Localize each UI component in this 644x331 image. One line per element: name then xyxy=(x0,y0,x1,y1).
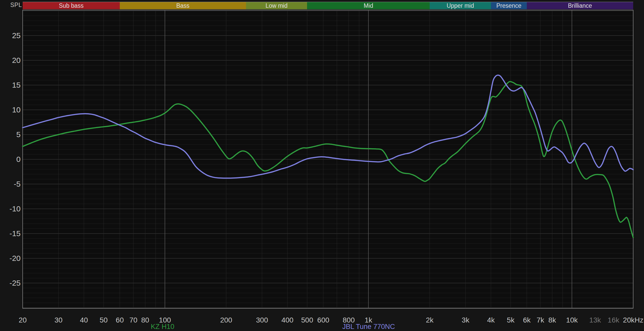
y-axis-title: SPL xyxy=(0,2,22,9)
band-mid: Mid xyxy=(307,2,430,9)
band-label: Bass xyxy=(176,2,189,9)
band-label: Upper mid xyxy=(447,2,474,9)
x-tick-5k: 5k xyxy=(507,316,515,324)
frequency-band-bar: Sub bassBassLow midMidUpper midPresenceB… xyxy=(23,2,633,9)
plot-canvas xyxy=(0,0,644,331)
x-tick-16k: 16k xyxy=(608,316,619,324)
y-tick-0: 0 xyxy=(0,155,21,164)
x-tick-30: 30 xyxy=(55,316,63,324)
x-tick-3k: 3k xyxy=(462,316,469,324)
legend-item-jbl-tune-770nc[interactable]: JBL Tune 770NC xyxy=(342,323,395,331)
x-tick-20khz: 20kHz xyxy=(623,316,643,324)
y-tick-20: 20 xyxy=(0,56,21,65)
band-low-mid: Low mid xyxy=(246,2,307,9)
y-tick-25: 25 xyxy=(0,31,21,40)
legend-item-kz-h10[interactable]: KZ H10 xyxy=(151,323,174,331)
x-tick-20: 20 xyxy=(19,316,27,324)
x-tick-500: 500 xyxy=(301,316,313,324)
x-tick-4k: 4k xyxy=(487,316,495,324)
band-sub-bass: Sub bass xyxy=(23,2,120,9)
x-tick-2k: 2k xyxy=(426,316,434,324)
y-tick-5: 5 xyxy=(0,130,21,139)
y-tick-10: 10 xyxy=(0,105,21,114)
x-tick-600: 600 xyxy=(317,316,329,324)
x-tick-200: 200 xyxy=(220,316,232,324)
band-label: Sub bass xyxy=(59,2,84,9)
frequency-response-chart: SPL Sub bassBassLow midMidUpper midPrese… xyxy=(0,0,644,331)
band-upper-mid: Upper mid xyxy=(430,2,491,9)
y-tick--10: -10 xyxy=(0,204,21,213)
x-tick-6k: 6k xyxy=(523,316,531,324)
x-tick-80: 80 xyxy=(141,316,149,324)
x-tick-60: 60 xyxy=(116,316,124,324)
x-tick-70: 70 xyxy=(129,316,137,324)
x-tick-50: 50 xyxy=(100,316,108,324)
band-label: Brilliance xyxy=(568,2,592,9)
x-tick-7k: 7k xyxy=(537,316,544,324)
y-tick--15: -15 xyxy=(0,229,21,238)
band-bass: Bass xyxy=(120,2,246,9)
band-label: Mid xyxy=(364,2,373,9)
x-tick-13k: 13k xyxy=(589,316,601,324)
x-tick-8k: 8k xyxy=(548,316,556,324)
y-tick--25: -25 xyxy=(0,279,21,287)
x-tick-400: 400 xyxy=(281,316,293,324)
band-brilliance: Brilliance xyxy=(527,2,633,9)
band-presence: Presence xyxy=(491,2,527,9)
y-tick--20: -20 xyxy=(0,254,21,263)
x-tick-300: 300 xyxy=(256,316,268,324)
x-tick-10k: 10k xyxy=(566,316,578,324)
band-label: Presence xyxy=(496,2,521,9)
band-label: Low mid xyxy=(266,2,288,9)
y-tick-15: 15 xyxy=(0,81,21,89)
y-tick--5: -5 xyxy=(0,180,21,188)
x-tick-40: 40 xyxy=(80,316,88,324)
